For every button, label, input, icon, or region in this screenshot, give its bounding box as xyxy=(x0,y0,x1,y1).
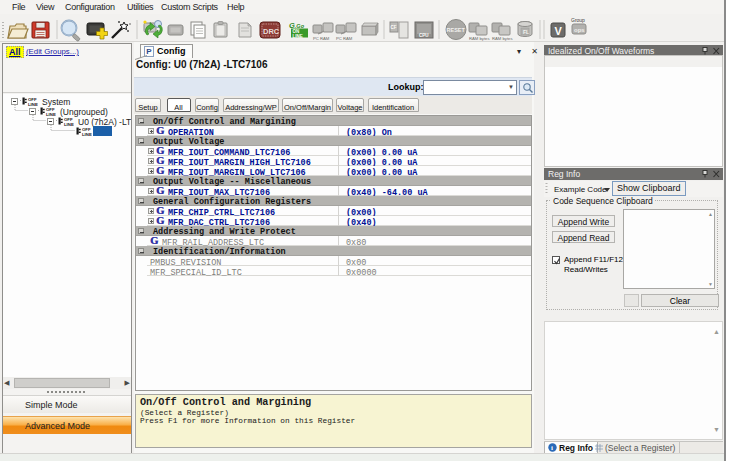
svg-text:PC RAM: PC RAM xyxy=(336,36,353,41)
svg-text:Group: Group xyxy=(571,17,585,23)
svg-text:i: i xyxy=(551,444,553,452)
svg-text:RAM bytes: RAM bytes xyxy=(492,36,512,41)
svg-text:CF: CF xyxy=(391,25,397,30)
svg-text:CPU: CPU xyxy=(419,33,429,38)
svg-text:RAM bytes: RAM bytes xyxy=(469,36,489,41)
svg-text:ops: ops xyxy=(574,27,585,33)
svg-text:RESET: RESET xyxy=(447,27,466,33)
svg-text:FL: FL xyxy=(523,29,529,35)
svg-text:PC RAM: PC RAM xyxy=(313,36,330,41)
svg-text:DRC: DRC xyxy=(263,27,280,36)
svg-text:LINE: LINE xyxy=(293,34,303,39)
svg-text:V: V xyxy=(555,25,563,37)
svg-text:LINE: LINE xyxy=(82,132,92,136)
